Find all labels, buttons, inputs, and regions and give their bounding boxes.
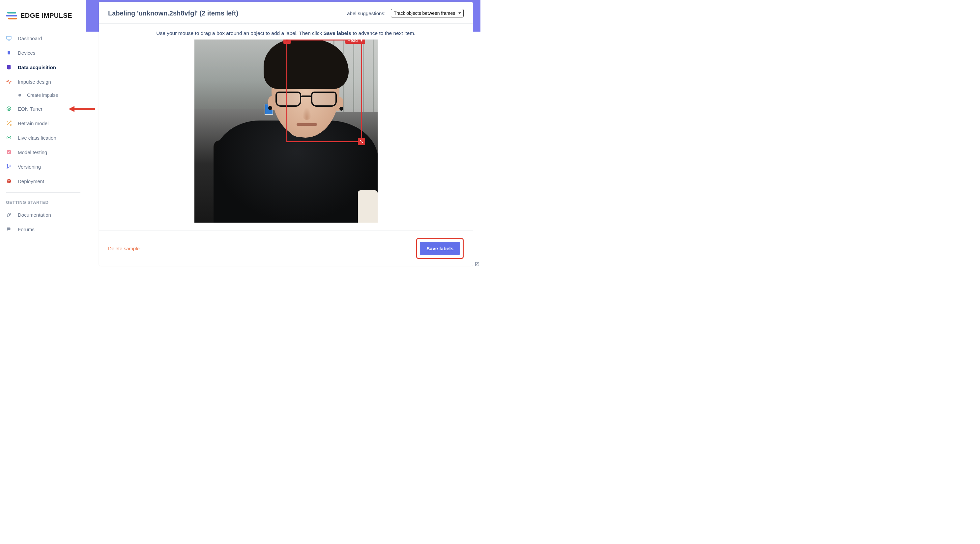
bullet-icon [19,94,21,97]
sidebar-item-label: EON Tuner [18,106,43,112]
sidebar-item-label: Data acquisition [18,65,56,70]
sidebar-item-versioning[interactable]: Versioning [0,159,86,174]
sidebar-item-label: Devices [18,50,35,56]
svg-rect-2 [8,51,10,55]
git-branch-icon [6,164,12,170]
box-icon [6,178,12,184]
card-body: Use your mouse to drag a box around an o… [99,24,473,230]
chip-icon [6,50,12,56]
brand-logo[interactable]: EDGE IMPULSE [0,6,86,30]
section-getting-started: GETTING STARTED [0,197,86,208]
sidebar-item-label: Impulse design [18,79,51,85]
svg-rect-3 [7,52,8,52]
page-title: Labeling 'unknown.2sh8vfgl' (2 items lef… [108,10,238,17]
svg-point-18 [9,214,10,214]
move-icon [285,40,289,42]
sidebar-item-eon-tuner[interactable]: EON Tuner [0,102,86,116]
suggestion-select-wrap: Track objects between frames [391,9,464,17]
bbox-move-handle[interactable] [283,40,291,44]
svg-point-13 [9,137,10,138]
suggestion-select[interactable]: Track objects between frames [391,9,464,17]
sidebar-item-label: Model testing [18,149,47,155]
shuffle-icon [6,120,12,126]
sidebar-item-model-testing[interactable]: Model testing [0,145,86,159]
rocket-icon [6,212,12,218]
brand-name: EDGE IMPULSE [21,12,72,19]
svg-point-9 [8,108,10,109]
header-right: Label suggestions: Track objects between… [344,9,464,17]
svg-rect-6 [11,53,11,53]
bbox-resize-handle[interactable] [358,138,365,145]
divider [6,192,80,193]
sidebar-item-forums[interactable]: Forums [0,222,86,236]
sidebar-item-deployment[interactable]: Deployment [0,174,86,188]
svg-point-15 [7,164,8,165]
sidebar-item-live-classification[interactable]: Live classification [0,130,86,145]
chat-icon [6,226,12,232]
svg-point-8 [7,107,11,111]
sidebar-item-documentation[interactable]: Documentation [0,208,86,222]
sidebar-item-dashboard[interactable]: Dashboard [0,31,86,46]
sidebar-item-data-acquisition[interactable]: Data acquisition [0,60,86,75]
check-square-icon [6,149,12,155]
delete-sample-link[interactable]: Delete sample [108,246,140,251]
save-highlight-annotation: Save labels [416,238,464,259]
expand-icon [360,140,363,144]
labeling-canvas[interactable]: Head [194,40,378,223]
main-card: Labeling 'unknown.2sh8vfgl' (2 items lef… [99,2,473,266]
brand-logo-mark [6,11,17,21]
sidebar-item-label: Deployment [18,178,44,184]
svg-point-17 [10,165,11,166]
resize-corner-icon[interactable] [474,262,480,267]
sidebar-item-retrain-model[interactable]: Retrain model [0,116,86,130]
svg-point-16 [7,168,8,169]
save-labels-button[interactable]: Save labels [420,242,460,255]
card-header: Labeling 'unknown.2sh8vfgl' (2 items lef… [99,2,473,24]
card-footer: Delete sample Save labels [99,230,473,266]
instructions-bold: Save labels [324,30,351,36]
svg-rect-0 [6,36,11,39]
suggestion-label: Label suggestions: [344,11,385,16]
sidebar-item-devices[interactable]: Devices [0,46,86,60]
database-icon [6,64,12,70]
svg-line-12 [7,121,8,122]
instructions-pre: Use your mouse to drag a box around an o… [156,30,323,36]
sidebar: EDGE IMPULSE Dashboard Devices Data acqu… [0,0,86,267]
bbox-label-tag[interactable]: Head [345,40,365,44]
monitor-icon [6,35,12,41]
svg-rect-4 [7,53,8,53]
sidebar-item-impulse-design[interactable]: Impulse design [0,75,86,89]
sidebar-item-label: Documentation [18,212,51,218]
svg-rect-14 [7,150,11,154]
sidebar-item-label: Retrain model [18,121,48,126]
sidebar-subitem-label: Create impulse [27,92,58,98]
broadcast-icon [6,135,12,141]
instructions: Use your mouse to drag a box around an o… [156,30,415,36]
sidebar-subitem-create-impulse[interactable]: Create impulse [0,89,86,102]
sidebar-item-label: Dashboard [18,36,42,41]
trash-icon[interactable] [360,40,363,42]
sidebar-item-label: Versioning [18,164,41,170]
instructions-post: to advance to the next item. [351,30,415,36]
bounding-box[interactable]: Head [286,40,362,142]
target-icon [6,106,12,112]
sidebar-item-label: Forums [18,227,35,232]
sidebar-item-label: Live classification [18,135,56,141]
nav: Dashboard Devices Data acquisition Impul… [0,30,86,238]
svg-rect-5 [11,52,11,52]
bbox-label-text: Head [347,40,358,43]
activity-icon [6,79,12,85]
